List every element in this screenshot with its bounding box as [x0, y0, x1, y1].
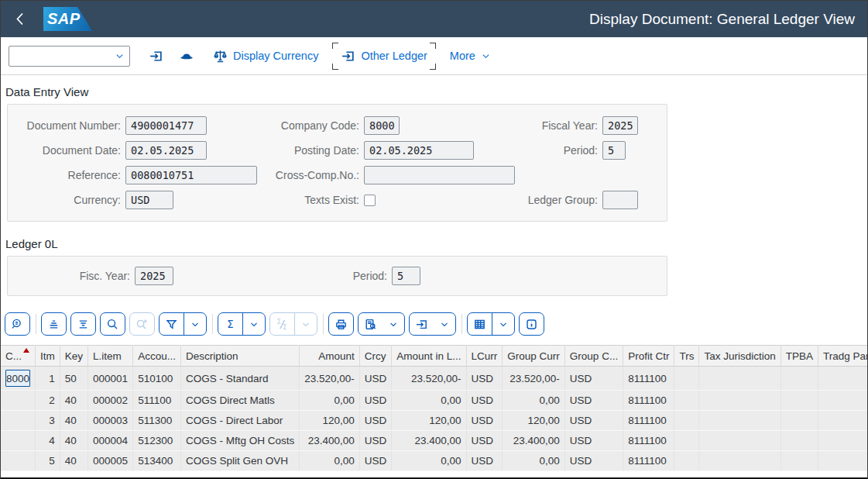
column-header-13[interactable]: Trs [674, 346, 699, 367]
cell-r3-c1[interactable] [1, 411, 36, 431]
cell-r3-c4[interactable]: 000003 [88, 411, 133, 431]
layout-settings-button[interactable] [467, 312, 515, 336]
find-button[interactable] [100, 312, 125, 336]
cell-r1-c2[interactable]: 1 [36, 367, 60, 391]
cell-r1-c7[interactable]: 23.520,00- [300, 367, 360, 391]
cell-r2-c4[interactable]: 000002 [88, 391, 133, 411]
sort-descending-button[interactable] [70, 312, 96, 336]
cell-r4-c9[interactable]: 23.400,00 [392, 431, 466, 451]
cell-r2-c15[interactable] [699, 391, 781, 411]
cell-r3-c2[interactable]: 3 [36, 411, 60, 431]
cell-r5-c7[interactable]: 0,00 [300, 451, 360, 471]
sort-ascending-button[interactable] [41, 312, 67, 336]
cell-r3-c16[interactable] [781, 411, 818, 431]
cell-r3-c3[interactable]: 40 [60, 411, 87, 431]
company-code-field[interactable]: 8000 [364, 116, 400, 135]
transaction-combobox[interactable] [9, 46, 130, 67]
period-field[interactable]: 5 [602, 141, 626, 160]
ledger-group-field[interactable] [602, 191, 638, 209]
cell-r1-c6[interactable]: COGS - Standard [180, 367, 299, 391]
cell-r4-c6[interactable]: COGS - Mftg OH Costs [180, 431, 299, 451]
chevron-down-icon[interactable] [115, 51, 125, 61]
cell-r1-c1[interactable]: 8000 [1, 367, 36, 391]
cell-r5-c17[interactable] [818, 451, 867, 471]
cell-r1-c13[interactable]: 8111100 [623, 367, 674, 391]
transaction-input[interactable] [15, 50, 115, 63]
cell-r2-c3[interactable]: 40 [60, 391, 87, 411]
column-header-0[interactable]: C... [1, 346, 36, 367]
column-header-8[interactable]: Amount in L... [392, 346, 466, 367]
display-change-button[interactable] [179, 49, 194, 64]
cell-r1-c14[interactable] [674, 367, 699, 391]
cell-r3-c8[interactable]: USD [359, 411, 392, 431]
cell-r5-c11[interactable]: 0,00 [503, 451, 565, 471]
print-button[interactable] [328, 312, 354, 336]
column-header-6[interactable]: Amount [300, 346, 360, 367]
cell-r2-c12[interactable]: USD [564, 391, 623, 411]
cell-r3-c14[interactable] [674, 411, 699, 431]
cell-r3-c7[interactable]: 120,00 [300, 411, 360, 431]
cell-r3-c9[interactable]: 120,00 [392, 411, 466, 431]
cell-r1-c3[interactable]: 50 [60, 367, 87, 391]
total-menu-button[interactable] [242, 313, 265, 335]
back-button[interactable] [10, 8, 30, 31]
views-button[interactable] [358, 312, 405, 336]
cell-r1-c16[interactable] [781, 367, 818, 391]
cell-r2-c2[interactable]: 2 [36, 391, 60, 411]
cell-r2-c14[interactable] [674, 391, 699, 411]
cell-r2-c16[interactable] [781, 391, 818, 411]
cell-r1-c17[interactable] [818, 367, 867, 391]
cell-r3-c15[interactable] [699, 411, 781, 431]
cell-r3-c17[interactable] [818, 411, 867, 431]
export-action[interactable] [410, 313, 434, 335]
fiscal-year-field[interactable]: 2025 [602, 116, 638, 135]
cell-r5-c10[interactable]: USD [466, 451, 503, 471]
cell-r4-c3[interactable]: 40 [60, 431, 87, 451]
cell-r5-c14[interactable] [674, 451, 699, 471]
more-button[interactable]: More [450, 50, 491, 62]
cell-r1-c11[interactable]: 23.520,00- [503, 367, 565, 391]
cell-r4-c11[interactable]: 23.400,00 [503, 431, 565, 451]
cell-r2-c5[interactable]: 511100 [133, 391, 181, 411]
cell-r4-c4[interactable]: 000004 [88, 431, 133, 451]
cell-r4-c16[interactable] [781, 431, 818, 451]
cell-r5-c6[interactable]: COGS Split Gen OVH [180, 451, 299, 471]
filter-menu-button[interactable] [184, 313, 206, 335]
column-header-2[interactable]: Key [60, 346, 87, 367]
ledger-period-field[interactable]: 5 [392, 267, 420, 285]
cell-r5-c16[interactable] [781, 451, 818, 471]
cross-company-number-field[interactable] [364, 166, 515, 184]
cell-r2-c1[interactable] [1, 391, 36, 411]
cell-r3-c13[interactable]: 8111100 [623, 411, 674, 431]
column-header-7[interactable]: Crcy [359, 346, 392, 367]
cell-r2-c11[interactable]: 0,00 [503, 391, 565, 411]
total-action[interactable]: Σ [218, 313, 242, 335]
cell-r2-c13[interactable]: 8111100 [623, 391, 674, 411]
selected-cell[interactable]: 8000 [5, 370, 30, 387]
cell-r2-c6[interactable]: COGS Direct Matls [180, 391, 299, 411]
ledger-fiscal-year-field[interactable]: 2025 [135, 267, 173, 285]
cell-r4-c2[interactable]: 4 [36, 431, 60, 451]
execute-button[interactable] [149, 49, 163, 64]
cell-r1-c10[interactable]: USD [466, 367, 503, 391]
column-header-9[interactable]: LCurr [466, 346, 503, 367]
column-header-12[interactable]: Profit Ctr [623, 346, 674, 367]
currency-field[interactable]: USD [125, 191, 173, 209]
cell-r1-c4[interactable]: 000001 [88, 367, 133, 391]
export-button[interactable] [409, 312, 456, 336]
cell-r4-c14[interactable] [674, 431, 699, 451]
cell-r5-c4[interactable]: 000005 [88, 451, 133, 471]
cell-r2-c9[interactable]: 0,00 [392, 391, 466, 411]
layout-settings-menu-button[interactable] [492, 313, 514, 335]
cell-r5-c12[interactable]: USD [564, 451, 623, 471]
cell-r3-c10[interactable]: USD [466, 411, 503, 431]
cell-r1-c9[interactable]: 23.520,00- [392, 367, 466, 391]
cell-r2-c10[interactable]: USD [466, 391, 503, 411]
cell-r5-c5[interactable]: 513400 [133, 451, 181, 471]
column-header-14[interactable]: Tax Jurisdiction [699, 346, 781, 367]
cell-r5-c8[interactable]: USD [359, 451, 392, 471]
cell-r2-c7[interactable]: 0,00 [300, 391, 360, 411]
total-button[interactable]: Σ [218, 312, 266, 336]
cell-r3-c5[interactable]: 511300 [133, 411, 181, 431]
cell-r4-c10[interactable]: USD [466, 431, 503, 451]
